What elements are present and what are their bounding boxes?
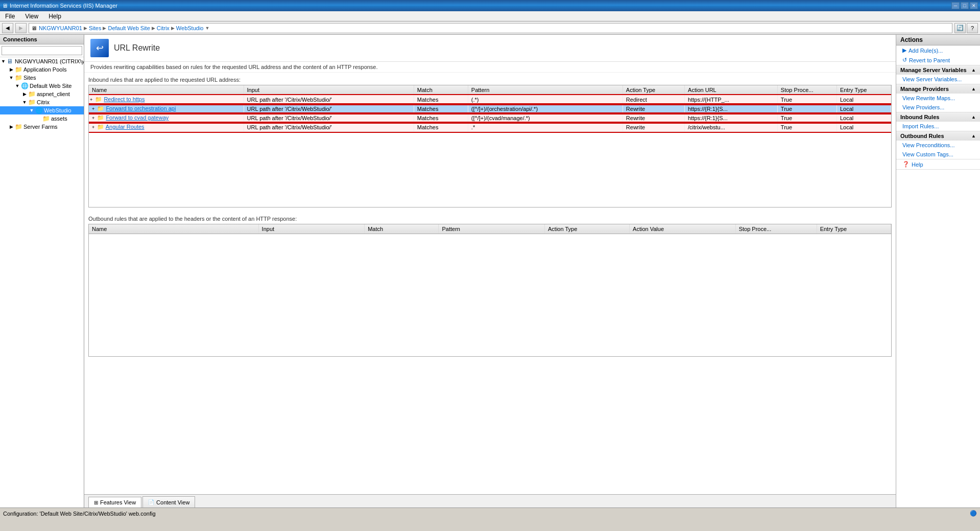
tree-label-aspnet: aspnet_client	[37, 91, 70, 97]
help-icon-button[interactable]: ?	[967, 23, 978, 33]
row3-entry-type: Local	[836, 123, 891, 132]
rule-name-1[interactable]: Forward to orchestration api	[106, 105, 176, 111]
row3-input: URL path after '/Citrix/WebStudio/'	[244, 123, 414, 132]
close-button[interactable]: ✕	[970, 2, 978, 9]
back-button[interactable]: ◀	[2, 23, 13, 33]
menu-help[interactable]: Help	[45, 12, 64, 21]
import-rules-label: Import Rules...	[902, 123, 939, 129]
tree-item-serverfarms[interactable]: ▶ 📁 Server Farms	[0, 123, 84, 131]
tables-area: Inbound rules that are applied to the re…	[84, 73, 896, 494]
tree-arrow-aspnet[interactable]: ▶	[21, 91, 28, 97]
tree-item-assets[interactable]: ▶ 📁 assets	[0, 114, 84, 123]
content-area: ↩ URL Rewrite Provides rewriting capabil…	[84, 35, 896, 507]
inbound-row-2[interactable]: + 📁 Forward to cvad gateway URL path aft…	[89, 113, 891, 123]
revert-to-parent-link[interactable]: ↺ Revert to Parent	[896, 55, 980, 65]
col-entry-type: Entry Type	[836, 85, 891, 95]
view-server-vars-label: View Server Variables...	[902, 76, 962, 82]
out-col-action-type: Action Type	[545, 224, 630, 234]
refresh-button[interactable]: 🔄	[954, 23, 966, 33]
tree-arrow-webstudio[interactable]: ▼	[29, 108, 35, 113]
tree-item-aspnet[interactable]: ▶ 📁 aspnet_client	[0, 90, 84, 98]
expand-icon-2[interactable]: +	[92, 116, 94, 121]
breadcrumb-item-1[interactable]: Sites	[89, 25, 101, 31]
url-rewrite-icon: ↩	[90, 39, 109, 57]
folder-icon-assets: 📁	[42, 115, 50, 122]
tree-item-apppools[interactable]: ▶ 📁 Application Pools	[0, 65, 84, 74]
title-bar-controls: ─ □ ✕	[951, 2, 978, 9]
status-text: Configuration: 'Default Web Site/Citrix/…	[3, 511, 156, 517]
rule-folder-icon-2: 📁	[97, 114, 104, 121]
tab-content-view[interactable]: 📄 Content View	[142, 496, 195, 507]
outbound-rules-section-header[interactable]: Outbound Rules ▲	[896, 131, 980, 141]
breadcrumb-item-4[interactable]: WebStudio	[176, 25, 204, 31]
manage-server-vars-section: Manage Server Variables ▲ View Server Va…	[896, 65, 980, 84]
tree-arrow-citrix[interactable]: ▼	[21, 100, 28, 105]
row1-input: URL path after '/Citrix/WebStudio/'	[244, 104, 414, 113]
tree-item-defaultweb[interactable]: ▼ 🌐 Default Web Site	[0, 82, 84, 90]
manage-server-vars-label: Manage Server Variables	[900, 67, 967, 73]
view-rewrite-maps-link[interactable]: View Rewrite Maps...	[896, 94, 980, 103]
tree-label-serverfarms: Server Farms	[23, 124, 58, 130]
inbound-rules-table: Name Input Match Pattern Action Type Act…	[89, 85, 891, 132]
inbound-row-3[interactable]: + 📁 Angular Routes URL path after '/Citr…	[89, 123, 891, 132]
add-rules-link[interactable]: ▶ Add Rule(s)...	[896, 45, 980, 55]
manage-server-vars-header[interactable]: Manage Server Variables ▲	[896, 65, 980, 75]
view-server-variables-link[interactable]: View Server Variables...	[896, 75, 980, 84]
tree-arrow-serverfarms[interactable]: ▶	[8, 124, 14, 129]
rule-name-0[interactable]: Redirect to https	[104, 96, 145, 102]
tree-item-citrix[interactable]: ▼ 📁 Citrix	[0, 98, 84, 106]
tree-arrow-apppools[interactable]: ▶	[8, 67, 14, 72]
tree-arrow-root[interactable]: ▼	[1, 59, 6, 64]
tree-item-root[interactable]: ▼ 🖥 NKGWYUANR01 (CITRIX\yua	[0, 57, 84, 65]
tree-label-defaultweb: Default Web Site	[30, 83, 71, 89]
row2-action-type: Rewrite	[623, 113, 684, 123]
out-col-action-value: Action Value	[630, 224, 736, 234]
tree-item-webstudio[interactable]: ▼ 🌐 WebStudio	[0, 106, 84, 114]
view-custom-tags-link[interactable]: View Custom Tags...	[896, 150, 980, 159]
menu-file[interactable]: File	[2, 12, 18, 21]
bc-dropdown[interactable]: ▼	[205, 26, 209, 31]
row2-input: URL path after '/Citrix/WebStudio/'	[244, 113, 414, 123]
import-rules-link[interactable]: Import Rules...	[896, 122, 980, 131]
breadcrumb-item-2[interactable]: Default Web Site	[108, 25, 150, 31]
row2-action-url: https://{R:1}{S...	[685, 113, 778, 123]
out-col-pattern: Pattern	[439, 224, 545, 234]
view-preconditions-link[interactable]: View Preconditions...	[896, 141, 980, 150]
tree-arrow-defaultweb[interactable]: ▼	[14, 83, 20, 88]
out-col-match: Match	[365, 224, 439, 234]
breadcrumb-item-3[interactable]: Citrix	[157, 25, 170, 31]
address-bar: ◀ ▶ 🖥 NKGWYUANR01 ▶ Sites ▶ Default Web …	[0, 21, 980, 35]
expand-icon-3[interactable]: +	[92, 125, 94, 130]
inbound-rules-section-header[interactable]: Inbound Rules ▲	[896, 112, 980, 122]
col-pattern: Pattern	[468, 85, 623, 95]
row1-match: Matches	[414, 104, 468, 113]
connections-header: Connections	[0, 35, 84, 44]
help-link[interactable]: ❓ Help	[896, 159, 980, 169]
row0-action-url: https://{HTTP_...	[685, 95, 778, 104]
expand-icon-0[interactable]: +	[90, 97, 92, 102]
row2-pattern: ([^/]+)/(cvad/manage/.*)	[468, 113, 623, 123]
forward-button[interactable]: ▶	[15, 23, 27, 33]
folder-icon-apppools: 📁	[14, 66, 22, 73]
maximize-button[interactable]: □	[961, 2, 969, 9]
minimize-button[interactable]: ─	[951, 2, 960, 9]
inbound-row-1[interactable]: + 📁 Forward to orchestration api URL pat…	[89, 104, 891, 113]
manage-providers-header[interactable]: Manage Providers ▲	[896, 84, 980, 94]
help-icon: ❓	[902, 161, 910, 168]
title-bar: 🖥 Internet Information Services (IIS) Ma…	[0, 0, 980, 11]
inbound-row-0[interactable]: + 📁 Redirect to https URL path after '/C…	[89, 95, 891, 104]
features-view-icon: ⊞	[94, 500, 98, 505]
rule-name-2[interactable]: Forward to cvad gateway	[106, 114, 169, 121]
status-bar: Configuration: 'Default Web Site/Citrix/…	[0, 507, 980, 519]
menu-view[interactable]: View	[22, 12, 41, 21]
view-providers-link[interactable]: View Providers...	[896, 103, 980, 112]
expand-icon-1[interactable]: +	[92, 106, 94, 111]
tree-arrow-sites[interactable]: ▼	[8, 75, 14, 80]
search-box	[0, 44, 84, 57]
rule-name-3[interactable]: Angular Routes	[106, 124, 145, 130]
search-input[interactable]	[2, 46, 82, 55]
row0-match: Matches	[414, 95, 468, 104]
breadcrumb-item-0[interactable]: NKGWYUANR01	[39, 25, 82, 31]
tree-item-sites[interactable]: ▼ 📁 Sites	[0, 74, 84, 82]
tab-features-view[interactable]: ⊞ Features View	[88, 497, 141, 507]
